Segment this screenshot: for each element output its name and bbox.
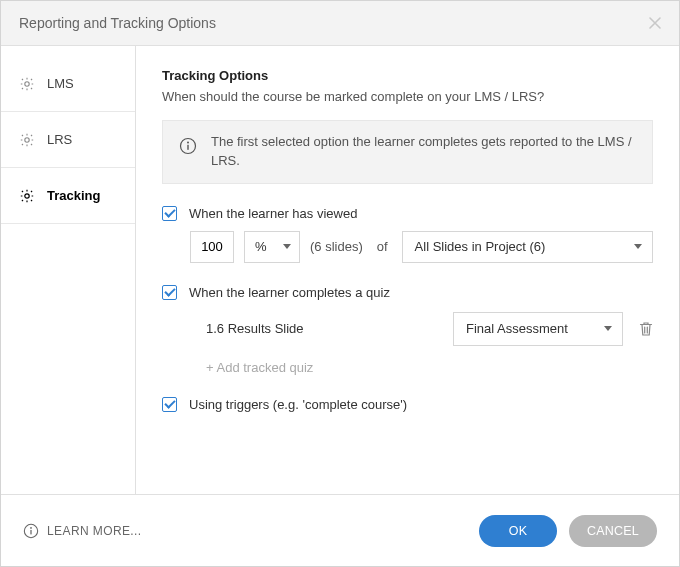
option-triggers-row: Using triggers (e.g. 'complete course') — [162, 397, 653, 412]
close-button[interactable] — [645, 13, 665, 33]
quiz-slide-name: 1.6 Results Slide — [194, 321, 437, 336]
sidebar-item-label: Tracking — [47, 188, 100, 203]
svg-rect-5 — [187, 145, 188, 150]
window-title: Reporting and Tracking Options — [19, 15, 216, 31]
section-subtitle: When should the course be marked complet… — [162, 89, 653, 104]
viewed-unit-value: % — [255, 239, 267, 254]
close-icon — [648, 16, 662, 30]
option-quiz-row: When the learner completes a quiz — [162, 285, 653, 300]
learn-more-label: LEARN MORE... — [47, 524, 142, 538]
sidebar-item-label: LRS — [47, 132, 72, 147]
option-quiz-controls: 1.6 Results Slide Final Assessment + Add… — [162, 312, 653, 375]
learn-more-link[interactable]: LEARN MORE... — [23, 523, 142, 539]
option-viewed-controls: % (6 slides) of All Slides in Project (6… — [162, 231, 653, 263]
gear-icon — [19, 132, 35, 148]
viewed-value-input[interactable] — [190, 231, 234, 263]
chevron-down-icon — [604, 326, 612, 331]
info-icon — [23, 523, 39, 539]
option-triggers-label: Using triggers (e.g. 'complete course') — [189, 397, 407, 412]
sidebar: LMS LRS Tracking — [1, 46, 136, 494]
of-label: of — [373, 239, 392, 254]
titlebar: Reporting and Tracking Options — [1, 1, 679, 46]
svg-point-4 — [187, 142, 189, 144]
info-banner: The first selected option the learner co… — [162, 120, 653, 184]
svg-point-1 — [25, 137, 29, 141]
footer: LEARN MORE... OK CANCEL — [1, 494, 679, 566]
viewed-unit-dropdown[interactable]: % — [244, 231, 300, 263]
svg-point-2 — [25, 193, 29, 197]
chevron-down-icon — [634, 244, 642, 249]
option-quiz-label: When the learner completes a quiz — [189, 285, 390, 300]
add-tracked-quiz[interactable]: + Add tracked quiz — [190, 346, 653, 375]
viewed-count-text: (6 slides) — [310, 239, 363, 254]
checkbox-viewed[interactable] — [162, 206, 177, 221]
info-text: The first selected option the learner co… — [211, 133, 636, 171]
checkbox-quiz[interactable] — [162, 285, 177, 300]
svg-point-0 — [25, 81, 29, 85]
option-viewed-row: When the learner has viewed — [162, 206, 653, 221]
trash-icon — [639, 321, 653, 337]
sidebar-item-tracking[interactable]: Tracking — [1, 168, 135, 224]
quiz-result-value: Final Assessment — [466, 321, 568, 336]
quiz-result-dropdown[interactable]: Final Assessment — [453, 312, 623, 346]
dialog-window: Reporting and Tracking Options LMS LRS — [0, 0, 680, 567]
svg-point-7 — [30, 527, 32, 529]
gear-icon — [19, 76, 35, 92]
gear-icon — [19, 188, 35, 204]
svg-rect-8 — [30, 529, 31, 533]
sidebar-item-lms[interactable]: LMS — [1, 56, 135, 112]
info-icon — [179, 137, 197, 155]
ok-button[interactable]: OK — [479, 515, 557, 547]
section-title: Tracking Options — [162, 68, 653, 83]
sidebar-item-lrs[interactable]: LRS — [1, 112, 135, 168]
main-panel: Tracking Options When should the course … — [136, 46, 679, 494]
chevron-down-icon — [283, 244, 291, 249]
dialog-body: LMS LRS Tracking Tracking Options When s… — [1, 46, 679, 494]
cancel-button[interactable]: CANCEL — [569, 515, 657, 547]
quiz-row: 1.6 Results Slide Final Assessment — [190, 312, 653, 346]
viewed-range-dropdown[interactable]: All Slides in Project (6) — [402, 231, 653, 263]
delete-quiz-button[interactable] — [639, 321, 653, 337]
sidebar-item-label: LMS — [47, 76, 74, 91]
checkbox-triggers[interactable] — [162, 397, 177, 412]
viewed-range-value: All Slides in Project (6) — [415, 239, 546, 254]
option-viewed-label: When the learner has viewed — [189, 206, 357, 221]
